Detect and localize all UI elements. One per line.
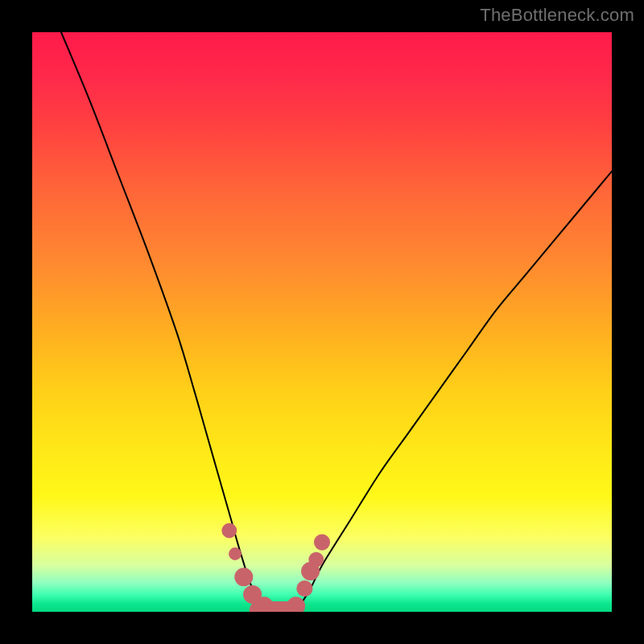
marker-dot: [221, 523, 237, 539]
watermark-text: TheBottleneck.com: [480, 5, 634, 26]
marker-dot: [296, 580, 312, 597]
marker-dot: [314, 535, 330, 551]
marker-dot: [287, 597, 305, 612]
outer-frame: TheBottleneck.com: [0, 0, 644, 644]
markers-group: [221, 523, 330, 612]
chart-svg: [32, 32, 612, 612]
marker-dot: [308, 552, 324, 568]
marker-dot: [229, 547, 242, 560]
marker-dot: [234, 568, 253, 586]
bottleneck-curve: [61, 32, 612, 612]
plot-area: [32, 32, 612, 612]
